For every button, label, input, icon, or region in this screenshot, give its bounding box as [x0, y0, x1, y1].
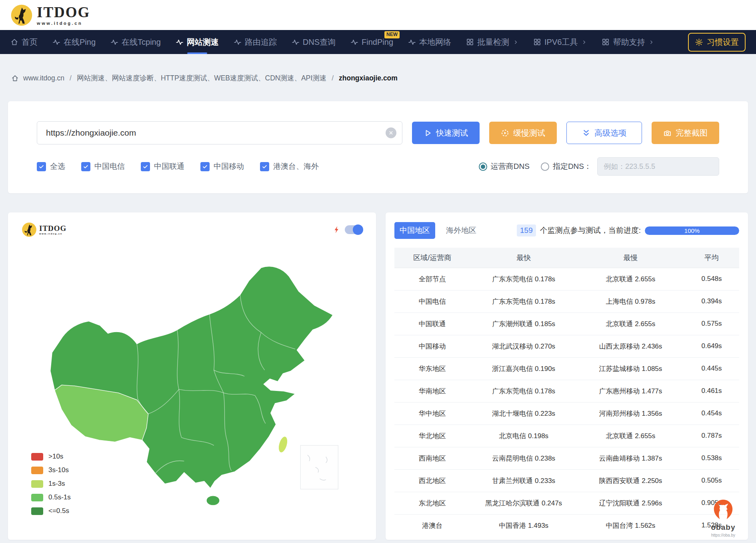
custom-dns-input[interactable] — [597, 157, 719, 176]
legend-label: 3s-10s — [48, 466, 69, 474]
carrier-dns-radio[interactable]: 运营商DNS — [479, 161, 530, 172]
itdog-dog-icon — [22, 222, 37, 237]
radio-circle[interactable] — [541, 162, 549, 171]
settings-button[interactable]: 习惯设置 — [688, 33, 746, 52]
checkbox-option-3[interactable]: 中国移动 — [200, 161, 244, 172]
nav-item-ipv6-tools[interactable]: IPV6工具 — [533, 30, 587, 54]
checkbox-group: 全选中国电信中国联通中国移动港澳台、海外 — [37, 161, 319, 172]
grid-icon — [602, 38, 610, 46]
pulse-icon — [176, 38, 184, 46]
nav-item-findping[interactable]: FindPingNEW — [350, 30, 393, 54]
table-row: 华北地区北京电信 0.198s北京联通 2.655s0.787s — [394, 425, 739, 447]
nav-item-label: 网站测速 — [187, 37, 219, 48]
nav-item-label: 在线Ping — [64, 37, 96, 48]
checkbox-label: 中国电信 — [94, 161, 125, 172]
breadcrumb-section[interactable]: 网站测速、网站速度诊断、HTTP速度测试、WEB速度测试、CDN测速、API测速 — [77, 73, 326, 83]
advanced-options-button[interactable]: 高级选项 — [566, 122, 642, 144]
test-form-card: 快速测试 缓慢测试 高级选项 完整截图 全选中国电信中国联通中国移动港澳台、海外… — [8, 101, 748, 193]
camera-icon — [663, 129, 672, 137]
tab-china-region[interactable]: 中国地区 — [394, 222, 435, 239]
custom-dns-radio[interactable]: 指定DNS： — [541, 161, 592, 172]
legend-item: <=0.5s — [31, 507, 71, 515]
checkbox-box[interactable] — [141, 162, 150, 171]
legend-swatch — [31, 453, 43, 461]
home-icon — [11, 74, 19, 82]
nav-items: 首页在线Ping在线Tcping网站测速路由追踪DNS查询FindPingNEW… — [10, 30, 688, 54]
full-screenshot-button[interactable]: 完整截图 — [652, 122, 719, 144]
checkbox-label: 全选 — [50, 161, 65, 172]
nav-item-batch-check[interactable]: 批量检测 — [466, 30, 518, 54]
radio-circle[interactable] — [479, 162, 487, 171]
progress-bar: 100% — [645, 226, 739, 235]
table-row: 港澳台中国香港 1.493s中国台湾 1.562s1.528s — [394, 514, 739, 537]
table-row: 中国联通广东潮州联通 0.185s北京联通 2.655s0.575s — [394, 313, 739, 335]
cell-region: 中国电信 — [394, 290, 470, 313]
checkbox-box[interactable] — [260, 162, 269, 171]
checkbox-option-1[interactable]: 中国电信 — [81, 161, 125, 172]
lightning-icon — [333, 226, 341, 234]
pulse-icon — [408, 38, 416, 46]
cell-region: 港澳台 — [394, 514, 470, 537]
cell-slowest: 陕西西安联通 2.250s — [577, 469, 684, 492]
nav-item-label: 首页 — [22, 37, 38, 48]
dns-group: 运营商DNS 指定DNS： — [479, 157, 719, 176]
checkbox-label: 中国移动 — [214, 161, 244, 172]
legend-label: <=0.5s — [48, 507, 69, 515]
nav-item-label: 帮助支持 — [613, 37, 645, 48]
checkbox-option-4[interactable]: 港澳台、海外 — [260, 161, 319, 172]
checkbox-option-2[interactable]: 中国联通 — [141, 161, 184, 172]
legend-swatch — [31, 480, 43, 488]
top-header: ITDOG www.itdog.cn — [0, 0, 756, 30]
pulse-icon — [52, 38, 60, 46]
nav-item-online-tcping[interactable]: 在线Tcping — [110, 30, 161, 54]
legend-item: 0.5s-1s — [31, 493, 71, 501]
nav-item-label: 本地网络 — [419, 37, 451, 48]
legend-label: >10s — [48, 453, 63, 461]
legend-swatch — [31, 507, 43, 515]
nav-item-website-speedtest[interactable]: 网站测速 — [176, 30, 219, 54]
nav-item-dns-query[interactable]: DNS查询 — [292, 30, 336, 54]
nav-item-online-ping[interactable]: 在线Ping — [52, 30, 96, 54]
column-header: 平均 — [684, 248, 739, 268]
map-region-hainan — [206, 496, 220, 505]
cell-slowest: 上海电信 0.978s — [577, 290, 684, 313]
nav-item-help-support[interactable]: 帮助支持 — [602, 30, 654, 54]
cell-fastest: 广东东莞电信 0.178s — [470, 268, 577, 290]
watermark-url[interactable]: https://oba.by — [702, 533, 745, 537]
quick-test-button[interactable]: 快速测试 — [412, 122, 480, 144]
checkbox-box[interactable] — [200, 162, 210, 171]
legend-item: >10s — [31, 453, 71, 461]
map-mainland — [50, 266, 333, 489]
breadcrumb-separator — [331, 74, 334, 82]
results-card: 中国地区 海外地区 159 个监测点参与测试，当前进度: 100% 区域/运营商… — [386, 212, 748, 540]
breadcrumb-separator — [69, 74, 72, 82]
checkbox-box[interactable] — [81, 162, 90, 171]
nav-item-label: 路由追踪 — [245, 37, 277, 48]
check-icon — [142, 164, 148, 170]
cell-region: 东北地区 — [394, 492, 470, 514]
clear-input-icon[interactable] — [386, 128, 396, 138]
tab-overseas-region[interactable]: 海外地区 — [441, 222, 482, 239]
brand-subtitle: www.itdog.cn — [39, 232, 66, 235]
nav-item-local-network[interactable]: 本地网络 — [408, 30, 451, 54]
cell-slowest: 北京联通 2.655s — [577, 313, 684, 335]
checkbox-box[interactable] — [37, 162, 46, 171]
cell-fastest: 甘肃兰州联通 0.233s — [470, 469, 577, 492]
url-input[interactable] — [37, 121, 402, 144]
speed-toggle[interactable] — [345, 225, 362, 234]
slow-test-button[interactable]: 缓慢测试 — [489, 122, 557, 144]
itdog-logo[interactable]: ITDOG www.itdog.cn — [10, 4, 90, 26]
checkbox-select-all[interactable]: 全选 — [37, 161, 65, 172]
map-card: ITDOG www.itdog.cn — [8, 212, 376, 540]
nav-item-traceroute[interactable]: 路由追踪 — [234, 30, 277, 54]
page: ITDOG www.itdog.cn 首页在线Ping在线Tcping网站测速路… — [0, 0, 756, 540]
legend-item: 3s-10s — [31, 466, 71, 474]
settings-label: 习惯设置 — [707, 37, 739, 48]
cell-average: 0.505s — [684, 469, 739, 492]
check-icon — [202, 164, 208, 170]
breadcrumb-home[interactable]: www.itdog.cn — [23, 74, 64, 82]
legend-swatch — [31, 467, 43, 474]
table-row: 华南地区广东东莞电信 0.178s广东惠州移动 1.477s0.461s — [394, 380, 739, 402]
main-nav: 首页在线Ping在线Tcping网站测速路由追踪DNS查询FindPingNEW… — [0, 30, 756, 54]
nav-item-home[interactable]: 首页 — [10, 30, 38, 54]
